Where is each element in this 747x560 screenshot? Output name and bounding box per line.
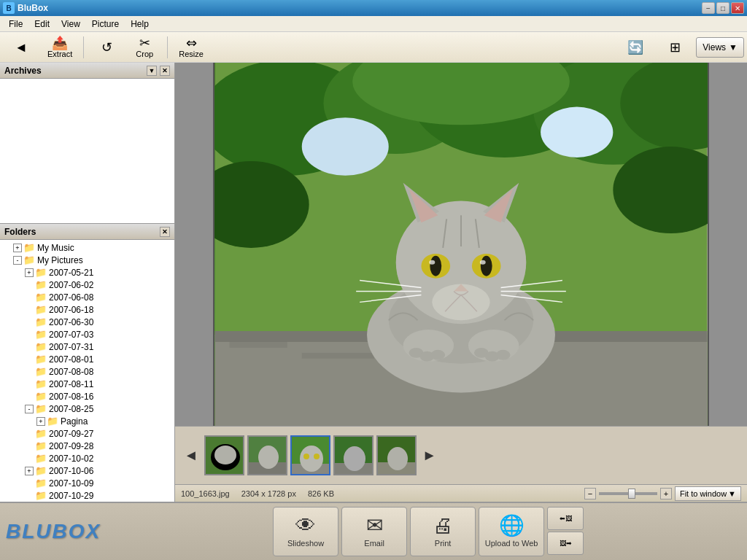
refresh-button[interactable]: 🔄 xyxy=(617,34,654,61)
archives-toggle-button[interactable]: ▼ xyxy=(147,66,157,76)
folder-item[interactable]: 📁2007-09-28 xyxy=(1,440,173,452)
folder-label: 2007-08-01 xyxy=(49,354,93,365)
thumbnail-2[interactable] xyxy=(247,435,287,475)
next-image-button[interactable]: 🖼➡ xyxy=(547,532,584,555)
thumbnail-4[interactable] xyxy=(333,435,374,475)
folder-item[interactable]: +📁2007-10-06 xyxy=(1,464,173,477)
dimensions-status: 2304 x 1728 px xyxy=(241,489,296,498)
folders-close-button[interactable]: ✕ xyxy=(160,227,170,237)
folder-item[interactable]: -📁2007-08-25 xyxy=(1,402,173,415)
folder-item[interactable]: 📁2007-09-27 xyxy=(1,427,173,440)
menu-file[interactable]: File xyxy=(3,18,28,31)
rotate-icon: ↺ xyxy=(101,41,112,54)
folder-icon: 📁 xyxy=(35,292,47,303)
folder-item[interactable]: 📁2007-08-16 xyxy=(1,390,173,402)
archives-title: Archives xyxy=(4,66,42,76)
prev-image-button[interactable]: ⬅🖼 xyxy=(547,507,584,530)
folder-item[interactable]: 📁2007-10-09 xyxy=(1,477,173,489)
svg-rect-14 xyxy=(302,353,374,359)
folder-label: 2007-08-16 xyxy=(49,392,93,402)
grid-view-button[interactable]: ⊞ xyxy=(657,34,693,61)
thumbnail-1[interactable] xyxy=(204,435,244,475)
folder-label: 2007-06-08 xyxy=(49,292,93,303)
menu-help[interactable]: Help xyxy=(125,18,155,31)
svg-point-7 xyxy=(302,117,389,175)
svg-point-29 xyxy=(481,256,492,276)
folder-item[interactable]: -📁My Pictures xyxy=(1,254,173,266)
extract-button[interactable]: 📤 Extract xyxy=(41,34,79,61)
back-button[interactable]: ◄ xyxy=(3,34,39,61)
thumbnail-5[interactable] xyxy=(376,435,417,475)
prev-image-icon: ⬅🖼 xyxy=(560,515,572,522)
folder-icon: 📁 xyxy=(35,316,47,327)
upload-button[interactable]: 🌐 Upload to Web xyxy=(479,507,544,556)
close-button[interactable]: ✕ xyxy=(731,2,744,14)
menu-picture[interactable]: Picture xyxy=(86,18,125,31)
folder-item[interactable]: 📁2007-06-08 xyxy=(1,291,173,303)
zoom-slider[interactable] xyxy=(599,492,657,495)
expand-icon[interactable]: + xyxy=(25,467,34,475)
expand-icon[interactable]: - xyxy=(25,405,34,413)
folder-item[interactable]: 📁2007-06-18 xyxy=(1,303,173,316)
folder-icon: 📁 xyxy=(35,465,47,476)
expand-icon[interactable]: + xyxy=(25,268,34,277)
views-dropdown[interactable]: Views ▼ xyxy=(696,37,744,58)
svg-point-56 xyxy=(300,446,323,472)
thumbnail-3[interactable] xyxy=(290,435,330,475)
archives-controls: ▼ ✕ xyxy=(147,66,170,76)
zoom-in-button[interactable]: + xyxy=(660,488,672,499)
folder-label: 2007-10-29 xyxy=(49,491,93,501)
folder-item[interactable]: 📁2007-08-11 xyxy=(1,378,173,390)
menu-view[interactable]: View xyxy=(55,18,86,31)
folder-item[interactable]: 📁2007-06-02 xyxy=(1,279,173,291)
email-button[interactable]: ✉ Email xyxy=(341,507,407,556)
folder-label: 2007-10-06 xyxy=(49,466,93,476)
folder-item[interactable]: +📁2007-05-21 xyxy=(1,266,173,279)
zoom-slider-thumb[interactable] xyxy=(628,489,635,499)
svg-point-61 xyxy=(344,446,365,471)
folder-item[interactable]: 📁2007-06-30 xyxy=(1,316,173,328)
svg-point-30 xyxy=(429,260,435,265)
thumbnail-strip: ◄ xyxy=(175,426,747,484)
crop-button[interactable]: ✂ Crop xyxy=(126,34,163,61)
toolbar-right: 🔄 ⊞ Views ▼ xyxy=(617,34,744,61)
thumb-next-button[interactable]: ► xyxy=(419,444,440,467)
folder-item[interactable]: +📁My Music xyxy=(1,241,173,254)
archives-close-button[interactable]: ✕ xyxy=(160,66,170,76)
resize-icon: ⇔ xyxy=(186,36,197,50)
resize-button[interactable]: ⇔ Resize xyxy=(172,34,210,61)
folder-label: 2007-06-30 xyxy=(49,317,93,327)
slideshow-button[interactable]: 👁 Slideshow xyxy=(273,507,338,556)
thumb-prev-button[interactable]: ◄ xyxy=(181,444,201,467)
folder-item[interactable]: 📁2007-10-29 xyxy=(1,489,173,502)
app-icon: B xyxy=(3,2,15,14)
folder-label: 2007-06-02 xyxy=(49,280,93,290)
folder-item[interactable]: 📁2007-07-03 xyxy=(1,328,173,341)
email-label: Email xyxy=(364,539,384,548)
archives-panel: Archives ▼ ✕ xyxy=(0,63,174,224)
minimize-button[interactable]: − xyxy=(702,2,715,14)
extract-icon: 📤 xyxy=(52,36,68,50)
menu-edit[interactable]: Edit xyxy=(28,18,55,31)
folder-label: 2007-08-11 xyxy=(49,379,93,389)
folder-item[interactable]: 📁2007-08-08 xyxy=(1,365,173,378)
folder-icon: 📁 xyxy=(35,354,47,365)
svg-point-64 xyxy=(387,447,408,470)
folder-item[interactable]: +📁Pagina xyxy=(1,415,173,427)
print-button[interactable]: 🖨 Print xyxy=(410,507,476,556)
folder-item[interactable]: 📁2007-08-01 xyxy=(1,353,173,365)
expand-icon[interactable]: - xyxy=(13,256,22,265)
zoom-out-button[interactable]: − xyxy=(584,488,596,499)
folder-item[interactable]: 📁2007-07-31 xyxy=(1,341,173,353)
expand-icon[interactable]: + xyxy=(36,417,45,426)
svg-point-28 xyxy=(430,256,441,276)
upload-icon: 🌐 xyxy=(499,516,525,536)
navigation-buttons: ⬅🖼 🖼➡ xyxy=(547,507,584,556)
folder-item[interactable]: 📁2007-10-02 xyxy=(1,452,173,464)
rotate-button[interactable]: ↺ xyxy=(88,34,125,61)
next-image-icon: 🖼➡ xyxy=(560,540,572,547)
fit-window-button[interactable]: Fit to window ▼ xyxy=(675,486,741,501)
expand-icon[interactable]: + xyxy=(13,244,22,252)
svg-point-47 xyxy=(432,284,489,321)
maximize-button[interactable]: □ xyxy=(716,2,729,14)
